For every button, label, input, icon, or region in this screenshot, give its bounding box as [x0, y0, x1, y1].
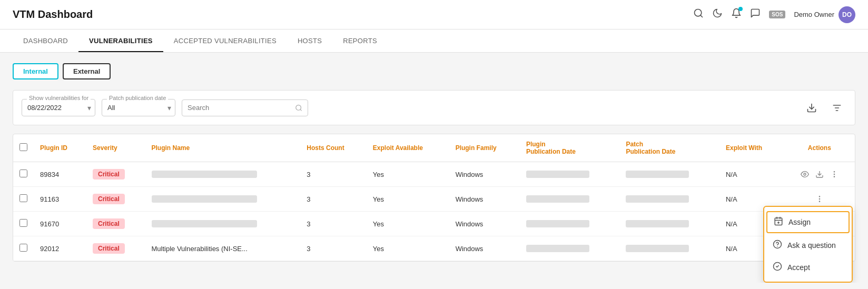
dropdown-ask-question[interactable]: Ask a question — [764, 234, 852, 256]
patch-date-filter: Patch publication date All ▾ — [102, 99, 175, 116]
svg-point-12 — [834, 176, 834, 177]
row-3-hosts-count: 3 — [300, 212, 366, 236]
blurred-date — [526, 220, 589, 227]
row-1-plugin-pub-date — [520, 162, 620, 187]
show-vuln-filter: Show vulnerabilities for 08/22/2022 ▾ — [22, 99, 95, 116]
download-button[interactable] — [802, 101, 821, 115]
col-plugin-family: Plugin Family — [449, 134, 520, 162]
actions-dropdown: Assign Ask a question — [763, 206, 853, 283]
tab-dashboard[interactable]: DASHBOARD — [13, 29, 78, 52]
row-4-plugin-name-text: Multiple Vulnerabilities (NI-SE... — [152, 245, 248, 253]
row-3-checkbox[interactable] — [19, 219, 27, 227]
filters-bar: Show vulnerabilities for 08/22/2022 ▾ Pa… — [13, 90, 855, 125]
user-profile[interactable]: Demo Owner DO — [794, 6, 855, 23]
external-toggle[interactable]: External — [63, 63, 111, 79]
row-3-severity: Critical — [86, 212, 145, 236]
search-box — [182, 99, 308, 116]
col-exploit-with: Exploit With — [719, 134, 784, 162]
search-input[interactable] — [188, 104, 292, 112]
tab-reports[interactable]: REPORTS — [332, 29, 388, 52]
row-1-checkbox[interactable] — [19, 170, 27, 177]
select-all-header — [13, 134, 34, 162]
blurred-name — [152, 220, 257, 227]
row-3-plugin-name — [145, 212, 301, 236]
show-vuln-select[interactable]: 08/22/2022 — [22, 99, 95, 116]
select-all-checkbox[interactable] — [19, 143, 27, 151]
col-plugin-name: Plugin Name — [145, 134, 301, 162]
blurred-name — [152, 171, 257, 178]
row-4-exploit-available: Yes — [367, 236, 449, 261]
internal-toggle[interactable]: Internal — [13, 63, 58, 79]
search-icon[interactable] — [693, 8, 704, 21]
row-3-plugin-pub-date — [520, 212, 620, 236]
row-4-plugin-family: Windows — [449, 236, 520, 261]
col-patch-pub-date: Patch Publication Date — [619, 134, 719, 162]
header-actions: SOS Demo Owner DO — [693, 6, 855, 23]
row-2-plugin-family: Windows — [449, 187, 520, 212]
tab-accepted-vulnerabilities[interactable]: ACCEPTED VULNERABILITIES — [163, 29, 287, 52]
row-4-patch-pub-date — [619, 236, 719, 261]
row-checkbox-cell — [13, 162, 34, 187]
main-content: Internal External Show vulnerabilities f… — [0, 53, 868, 283]
row-4-checkbox[interactable] — [19, 244, 27, 252]
show-vuln-label: Show vulnerabilities for — [27, 95, 91, 101]
svg-line-1 — [701, 15, 703, 17]
row-2-actions: Assign Ask a question — [784, 187, 855, 212]
row-2-checkbox[interactable] — [19, 194, 27, 202]
row-4-hosts-count: 3 — [300, 236, 366, 261]
row-2-severity: Critical — [86, 187, 145, 212]
tab-vulnerabilities[interactable]: VULNERABILITIES — [78, 29, 163, 52]
col-severity: Severity — [86, 134, 145, 162]
filter-button[interactable] — [827, 101, 846, 115]
row-2-plugin-pub-date — [520, 187, 620, 212]
row-3-exploit-available: Yes — [367, 212, 449, 236]
patch-date-label: Patch publication date — [107, 95, 168, 101]
app-title: VTM Dashboard — [13, 8, 93, 21]
svg-point-8 — [804, 173, 806, 175]
col-actions: Actions — [784, 134, 855, 162]
chat-icon[interactable] — [750, 8, 761, 21]
blurred-date — [626, 171, 689, 178]
ask-question-label: Ask a question — [787, 241, 836, 250]
row-1-patch-pub-date — [619, 162, 719, 187]
scope-toggles: Internal External — [13, 63, 855, 79]
ask-question-icon — [773, 240, 782, 251]
row-2-hosts-count: 3 — [300, 187, 366, 212]
row-1-actions — [784, 162, 855, 187]
patch-date-select[interactable]: All — [102, 99, 175, 116]
svg-point-13 — [819, 196, 820, 197]
header: VTM Dashboard SOS Demo Owner DO — [0, 0, 868, 29]
severity-badge: Critical — [93, 194, 125, 204]
col-exploit-available: Exploit Available — [367, 134, 449, 162]
row-4-plugin-pub-date — [520, 236, 620, 261]
row-4-plugin-name: Multiple Vulnerabilities (NI-SE... — [145, 236, 301, 261]
blurred-date — [526, 171, 589, 178]
dark-mode-icon[interactable] — [712, 8, 723, 21]
row-checkbox-cell — [13, 212, 34, 236]
row-2-more-button[interactable] — [814, 193, 825, 205]
dropdown-accept[interactable]: Accept — [764, 256, 852, 278]
accept-label: Accept — [787, 263, 810, 272]
nav-tabs: DASHBOARD VULNERABILITIES ACCEPTED VULNE… — [0, 29, 868, 53]
dropdown-assign[interactable]: Assign — [766, 211, 850, 233]
row-2-patch-pub-date — [619, 187, 719, 212]
svg-point-14 — [819, 198, 820, 199]
notification-icon[interactable] — [731, 8, 742, 21]
sos-button[interactable]: SOS — [769, 11, 785, 18]
severity-badge: Critical — [93, 169, 125, 180]
notification-badge — [738, 7, 743, 11]
row-1-more-button[interactable] — [828, 168, 840, 180]
tab-hosts[interactable]: HOSTS — [287, 29, 332, 52]
blurred-date — [626, 195, 689, 203]
vulnerabilities-table: Plugin ID Severity Plugin Name Hosts Cou… — [13, 134, 855, 262]
row-checkbox-cell — [13, 187, 34, 212]
table-row: 89834 Critical 3 Yes Windows N/A — [13, 162, 855, 187]
blurred-name — [152, 195, 257, 203]
row-2-exploit-available: Yes — [367, 187, 449, 212]
row-1-plugin-id: 89834 — [34, 162, 86, 187]
blurred-date — [526, 195, 589, 203]
row-1-view-button[interactable] — [799, 168, 811, 180]
row-1-action-buttons — [791, 168, 849, 180]
row-1-download-button[interactable] — [814, 168, 825, 180]
severity-badge: Critical — [93, 218, 125, 229]
